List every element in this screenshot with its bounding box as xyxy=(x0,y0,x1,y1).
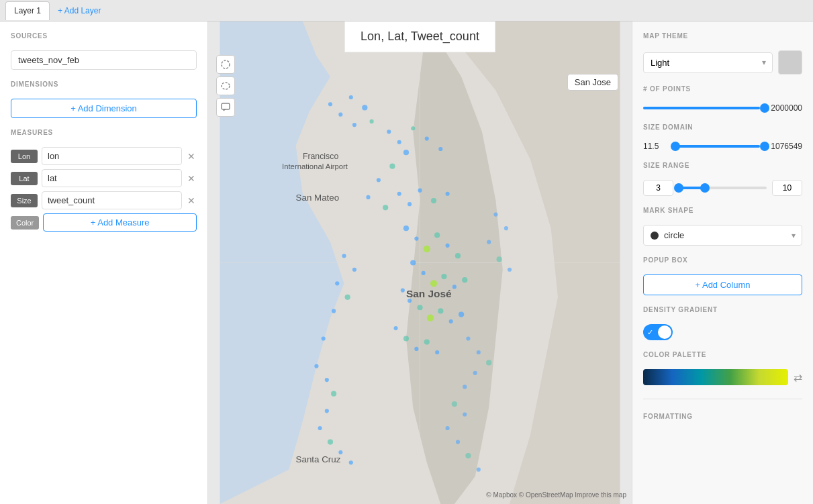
theme-select[interactable]: Light Dark Satellite Streets xyxy=(643,52,773,73)
svg-point-18 xyxy=(370,119,374,123)
svg-point-53 xyxy=(393,326,397,330)
map-visualization: Francisco International Airport San Mate… xyxy=(208,21,632,504)
svg-point-84 xyxy=(446,426,450,430)
add-layer-tab[interactable]: + Add Layer xyxy=(52,3,106,18)
svg-point-34 xyxy=(403,225,409,231)
points-slider-fill xyxy=(643,107,760,109)
svg-point-50 xyxy=(438,308,443,313)
measure-tag-size: Size xyxy=(11,194,38,207)
measure-input-lon[interactable] xyxy=(42,147,182,165)
points-slider-thumb[interactable] xyxy=(760,103,769,113)
size-range-left-thumb[interactable] xyxy=(674,183,683,193)
tab-layer1[interactable]: Layer 1 xyxy=(5,1,50,20)
svg-point-21 xyxy=(411,126,415,130)
svg-point-79 xyxy=(486,360,491,365)
density-toggle-checkmark: ✓ xyxy=(647,328,653,337)
svg-point-24 xyxy=(438,147,442,151)
map-title: Lon, Lat, Tweet_count xyxy=(344,21,495,52)
svg-point-71 xyxy=(349,460,353,464)
color-palette-row: ⇄ xyxy=(643,369,802,385)
svg-point-77 xyxy=(466,336,470,340)
mark-shape-label: MARK SHAPE xyxy=(643,207,802,214)
density-toggle[interactable]: ✓ xyxy=(643,324,673,340)
size-domain-right-thumb[interactable] xyxy=(760,142,769,151)
size-range-row xyxy=(643,180,802,196)
color-palette-label: COLOR PALETTE xyxy=(643,351,802,358)
size-domain-max-value: 1076549 xyxy=(765,142,802,151)
svg-point-30 xyxy=(408,202,412,206)
svg-point-39 xyxy=(455,253,461,258)
svg-point-19 xyxy=(387,130,391,134)
circle-shape-icon xyxy=(651,232,659,240)
svg-point-85 xyxy=(456,440,460,444)
density-toggle-slider: ✓ xyxy=(643,324,673,340)
right-panel: MAP THEME Light Dark Satellite Streets ▾ xyxy=(632,21,813,504)
map-area: Lon, Lat, Tweet_count xyxy=(208,21,632,504)
measures-label: MEASURES xyxy=(11,129,197,136)
theme-select-wrapper: Light Dark Satellite Streets ▾ xyxy=(643,52,773,73)
svg-point-75 xyxy=(497,256,502,262)
svg-text:International Airport: International Airport xyxy=(282,162,348,170)
popup-box-section: POPUP BOX + Add Column xyxy=(643,256,802,295)
size-range-right-thumb[interactable] xyxy=(700,183,710,193)
tab-layer1-label: Layer 1 xyxy=(14,6,41,15)
map-attribution: © Mapbox © OpenStreetMap Improve this ma… xyxy=(486,491,626,499)
reverse-palette-button[interactable]: ⇄ xyxy=(794,371,802,384)
color-palette-bar[interactable] xyxy=(643,369,788,385)
left-panel: SOURCES DIMENSIONS + Add Dimension MEASU… xyxy=(0,21,208,504)
size-domain-slider-track[interactable] xyxy=(675,145,760,148)
svg-point-29 xyxy=(397,192,401,196)
points-slider-track[interactable] xyxy=(643,107,760,109)
size-range-max-input[interactable] xyxy=(772,180,802,196)
sources-label: SOURCES xyxy=(11,32,197,40)
comment-tool-button[interactable] xyxy=(216,98,235,117)
svg-point-57 xyxy=(435,350,439,354)
points-label: # OF POINTS xyxy=(643,85,802,93)
measure-tag-lat: Lat xyxy=(11,172,38,185)
svg-point-14 xyxy=(338,113,342,117)
mark-shape-select-wrapper: circle ▾ xyxy=(643,225,802,246)
size-range-slider-track[interactable] xyxy=(679,187,767,189)
remove-lat-button[interactable]: ✕ xyxy=(186,172,197,185)
svg-point-55 xyxy=(414,347,418,351)
size-domain-left-thumb[interactable] xyxy=(671,142,680,151)
svg-point-37 xyxy=(434,232,440,238)
svg-point-40 xyxy=(410,260,416,265)
mark-shape-select[interactable]: circle xyxy=(643,225,802,246)
svg-point-68 xyxy=(318,426,322,430)
svg-point-81 xyxy=(463,385,467,389)
svg-point-66 xyxy=(331,391,336,397)
svg-point-27 xyxy=(366,195,370,199)
size-range-min-input[interactable] xyxy=(643,180,673,196)
measure-tag-lon: Lon xyxy=(11,150,38,163)
svg-point-38 xyxy=(446,244,450,248)
svg-point-1 xyxy=(222,83,230,89)
svg-point-46 xyxy=(401,289,405,293)
dimensions-label: DIMENSIONS xyxy=(11,81,197,88)
svg-point-20 xyxy=(397,140,401,144)
svg-point-13 xyxy=(328,102,332,106)
remove-size-button[interactable]: ✕ xyxy=(186,194,197,207)
popup-box-label: POPUP BOX xyxy=(643,256,802,264)
svg-point-42 xyxy=(430,280,437,287)
lasso-tool-button[interactable] xyxy=(216,77,235,95)
add-dimension-button[interactable]: + Add Dimension xyxy=(11,99,197,118)
source-input[interactable] xyxy=(11,50,197,70)
add-column-button[interactable]: + Add Column xyxy=(643,274,802,295)
main-layout: SOURCES DIMENSIONS + Add Dimension MEASU… xyxy=(0,21,813,504)
svg-point-22 xyxy=(403,150,409,155)
measure-input-lat[interactable] xyxy=(42,169,182,187)
remove-lon-button[interactable]: ✕ xyxy=(186,150,197,163)
formatting-label: FORMATTING xyxy=(643,413,802,420)
svg-point-67 xyxy=(325,409,329,413)
svg-point-78 xyxy=(477,350,481,354)
svg-point-72 xyxy=(493,213,497,217)
add-measure-button[interactable]: + Add Measure xyxy=(43,213,197,232)
svg-point-43 xyxy=(441,274,446,279)
measures-list: Lon ✕ Lat ✕ Size ✕ C xyxy=(11,147,197,232)
svg-point-56 xyxy=(424,340,430,345)
polygon-tool-button[interactable] xyxy=(216,55,235,74)
measure-row-color: Color + Add Measure xyxy=(11,213,197,232)
measure-input-size[interactable] xyxy=(42,191,182,209)
svg-point-62 xyxy=(332,309,336,313)
